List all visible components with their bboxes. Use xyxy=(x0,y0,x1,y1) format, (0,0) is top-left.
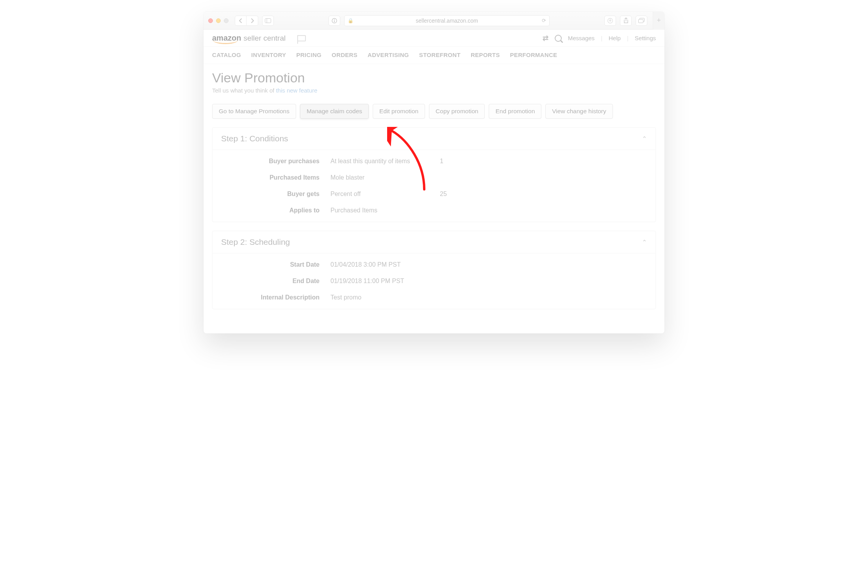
manage-claim-codes-button[interactable]: Manage claim codes xyxy=(300,104,369,119)
chevron-left-icon xyxy=(239,18,243,23)
svg-rect-7 xyxy=(639,20,643,23)
panel-icon xyxy=(265,18,271,23)
step2-panel: Step 2: Scheduling ⌃ Start Date01/04/201… xyxy=(212,231,656,309)
label-buyer-purchases: Buyer purchases xyxy=(221,158,330,165)
brand-amazon: amazon xyxy=(212,34,241,43)
tabs-icon xyxy=(638,18,645,23)
reload-icon[interactable]: ⟳ xyxy=(542,18,546,23)
copy-promotion-button[interactable]: Copy promotion xyxy=(429,104,485,119)
header-link-settings[interactable]: Settings xyxy=(635,35,656,41)
switch-icon[interactable]: ⇄ xyxy=(543,34,548,43)
value-buyer-purchases-qty: 1 xyxy=(440,158,647,165)
nav-performance[interactable]: PERFORMANCE xyxy=(510,52,557,58)
action-bar: Go to Manage Promotions Manage claim cod… xyxy=(212,104,656,119)
header-link-messages[interactable]: Messages xyxy=(568,35,595,41)
feedback-lead: Tell us what you think of xyxy=(212,87,276,94)
page: amazon seller central ⇄ Messages | Help … xyxy=(204,30,664,333)
step1-title: Step 1: Conditions xyxy=(221,134,288,143)
step2-title: Step 2: Scheduling xyxy=(221,237,290,247)
chevron-up-icon: ⌃ xyxy=(642,239,647,246)
nav-reports[interactable]: REPORTS xyxy=(471,52,500,58)
edit-promotion-button[interactable]: Edit promotion xyxy=(373,104,425,119)
page-title: View Promotion xyxy=(212,70,656,86)
info-icon xyxy=(332,18,337,23)
divider: | xyxy=(601,35,602,41)
label-end-date: End Date xyxy=(221,278,330,285)
forward-button[interactable] xyxy=(246,16,258,26)
chevron-up-icon: ⌃ xyxy=(642,135,647,143)
sidebar-toggle-button[interactable] xyxy=(262,16,274,26)
value-end-date: 01/19/2018 11:00 PM PST xyxy=(330,278,647,285)
share-button[interactable] xyxy=(620,16,632,26)
label-buyer-gets: Buyer gets xyxy=(221,191,330,198)
feedback-line: Tell us what you think of this new featu… xyxy=(212,87,656,94)
end-promotion-button[interactable]: End promotion xyxy=(489,104,541,119)
step2-header[interactable]: Step 2: Scheduling ⌃ xyxy=(213,231,655,253)
search-icon[interactable] xyxy=(555,35,562,42)
zoom-window-button[interactable] xyxy=(224,18,229,23)
step1-panel: Step 1: Conditions ⌃ Buyer purchasesAt l… xyxy=(212,127,656,222)
go-to-manage-promotions-button[interactable]: Go to Manage Promotions xyxy=(212,104,296,119)
value-buyer-purchases-desc: At least this quantity of items xyxy=(330,158,440,165)
site-info-button[interactable] xyxy=(329,16,340,26)
nav-orders[interactable]: ORDERS xyxy=(332,52,357,58)
label-applies-to: Applies to xyxy=(221,207,330,214)
divider: | xyxy=(627,35,629,41)
header-link-help[interactable]: Help xyxy=(609,35,621,41)
value-purchased-items: Mole blaster xyxy=(330,174,647,181)
nav-pricing[interactable]: PRICING xyxy=(296,52,321,58)
value-buyer-gets-desc: Percent off xyxy=(330,191,440,198)
feedback-link[interactable]: this new feature xyxy=(276,87,317,94)
nav-inventory[interactable]: INVENTORY xyxy=(251,52,286,58)
svg-rect-4 xyxy=(334,20,335,22)
primary-nav: CATALOG INVENTORY PRICING ORDERS ADVERTI… xyxy=(204,47,664,64)
browser-window: 🔒 sellercentral.amazon.com ⟳ + amazon se… xyxy=(204,12,664,333)
value-start-date: 01/04/2018 3:00 PM PST xyxy=(330,261,647,268)
new-tab-button[interactable]: + xyxy=(653,12,664,30)
downloads-button[interactable] xyxy=(604,16,616,26)
share-icon xyxy=(623,18,629,23)
window-controls xyxy=(208,18,229,23)
address-bar[interactable]: 🔒 sellercentral.amazon.com ⟳ xyxy=(344,15,550,26)
tabs-button[interactable] xyxy=(636,16,647,26)
label-start-date: Start Date xyxy=(221,261,330,268)
nav-storefront[interactable]: STOREFRONT xyxy=(419,52,461,58)
lock-icon: 🔒 xyxy=(348,18,354,23)
svg-rect-0 xyxy=(265,18,271,23)
brand-logo[interactable]: amazon seller central xyxy=(212,34,286,43)
marketplace-flag-icon[interactable] xyxy=(297,35,306,41)
label-internal-description: Internal Description xyxy=(221,294,330,301)
download-icon xyxy=(607,18,613,23)
value-internal-description: Test promo xyxy=(330,294,647,301)
svg-point-3 xyxy=(334,19,335,20)
nav-advertising[interactable]: ADVERTISING xyxy=(368,52,409,58)
chevron-right-icon xyxy=(250,18,254,23)
label-purchased-items: Purchased Items xyxy=(221,174,330,181)
value-buyer-gets-amount: 25 xyxy=(440,191,647,198)
nav-catalog[interactable]: CATALOG xyxy=(212,52,241,58)
view-change-history-button[interactable]: View change history xyxy=(545,104,613,119)
minimize-window-button[interactable] xyxy=(216,18,221,23)
brand-seller-central: seller central xyxy=(243,34,286,43)
back-button[interactable] xyxy=(235,16,246,26)
url-text: sellercentral.amazon.com xyxy=(416,18,478,24)
close-window-button[interactable] xyxy=(208,18,213,23)
browser-toolbar: 🔒 sellercentral.amazon.com ⟳ + xyxy=(204,12,664,30)
site-header: amazon seller central ⇄ Messages | Help … xyxy=(204,30,664,47)
value-applies-to: Purchased Items xyxy=(330,207,647,214)
step1-header[interactable]: Step 1: Conditions ⌃ xyxy=(213,128,655,150)
